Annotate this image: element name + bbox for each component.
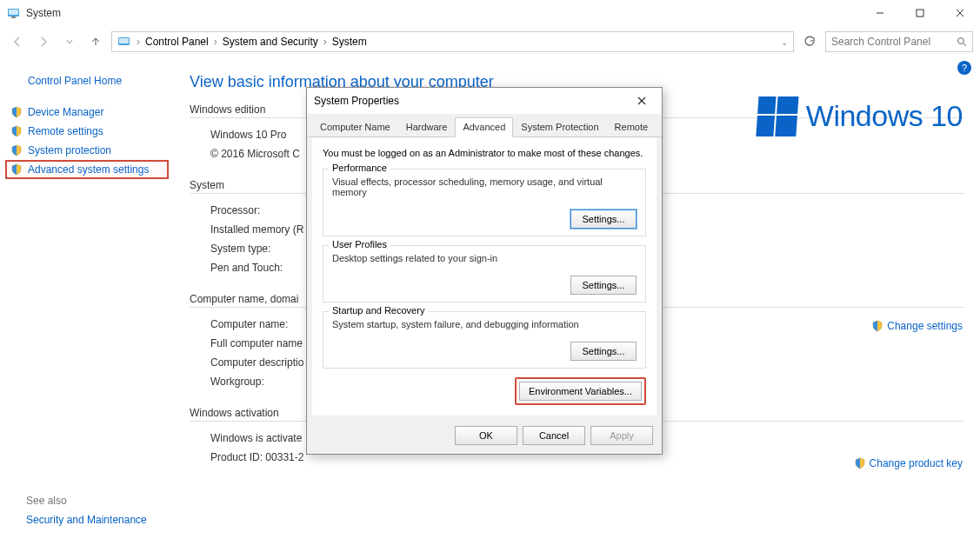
- dialog-tabs: Computer Name Hardware Advanced System P…: [307, 114, 662, 137]
- cancel-button[interactable]: Cancel: [523, 426, 585, 445]
- svg-rect-8: [119, 38, 129, 43]
- dialog-close-button[interactable]: [629, 90, 655, 111]
- performance-label: Performance: [329, 163, 390, 173]
- performance-text: Visual effects, processor scheduling, me…: [332, 176, 637, 197]
- sidebar-item-system-protection[interactable]: System protection: [9, 141, 165, 160]
- search-input[interactable]: Search Control Panel: [825, 31, 973, 52]
- back-button[interactable]: [7, 31, 28, 52]
- sidebar-item-label: Advanced system settings: [28, 163, 149, 176]
- admin-note: You must be logged on as an Administrato…: [323, 148, 646, 158]
- breadcrumb-ss[interactable]: System and Security: [223, 36, 318, 48]
- user-profiles-group: User Profiles Desktop settings related t…: [323, 245, 646, 303]
- forward-button[interactable]: [33, 31, 54, 52]
- dialog-title: System Properties: [314, 95, 629, 107]
- system-icon: [7, 6, 21, 20]
- refresh-button[interactable]: [799, 31, 820, 52]
- sidebar-item-device-manager[interactable]: Device Manager: [9, 103, 165, 122]
- tab-system-protection[interactable]: System Protection: [513, 117, 606, 136]
- search-icon: [957, 37, 967, 47]
- environment-variables-button[interactable]: Environment Variables...: [519, 382, 642, 401]
- startup-recovery-group: Startup and Recovery System startup, sys…: [323, 311, 646, 369]
- shield-icon: [10, 163, 23, 176]
- shield-icon: [854, 457, 866, 469]
- close-button[interactable]: [940, 0, 980, 26]
- windows-logo-text: Windows 10: [806, 99, 963, 133]
- sidebar-item-remote-settings[interactable]: Remote settings: [9, 122, 165, 141]
- see-also-label: See also: [26, 495, 147, 507]
- svg-line-10: [963, 43, 966, 46]
- dialog-titlebar: System Properties: [307, 88, 662, 114]
- shield-icon: [10, 144, 23, 156]
- address-bar[interactable]: › Control Panel › System and Security › …: [111, 31, 794, 52]
- svg-rect-2: [11, 17, 16, 18]
- address-dropdown-icon[interactable]: ⌄: [781, 37, 788, 47]
- svg-rect-4: [917, 10, 923, 17]
- tab-hardware[interactable]: Hardware: [398, 117, 456, 136]
- search-placeholder: Search Control Panel: [831, 36, 957, 48]
- sidebar-item-label: Remote settings: [28, 125, 103, 137]
- sidebar: Control Panel Home Device Manager Remote…: [0, 57, 174, 552]
- startup-recovery-settings-button[interactable]: Settings...: [570, 342, 637, 361]
- windows-logo: Windows 10: [757, 96, 963, 135]
- sidebar-item-advanced-system-settings[interactable]: Advanced system settings: [5, 160, 169, 179]
- security-maintenance-link[interactable]: Security and Maintenance: [26, 514, 147, 526]
- change-product-key-link[interactable]: Change product key: [854, 457, 963, 469]
- apply-button[interactable]: Apply: [590, 426, 653, 445]
- user-profiles-settings-button[interactable]: Settings...: [570, 276, 637, 295]
- shield-icon: [10, 125, 23, 137]
- performance-settings-button[interactable]: Settings...: [570, 209, 637, 229]
- startup-recovery-label: Startup and Recovery: [329, 305, 428, 316]
- svg-rect-1: [9, 10, 18, 15]
- tab-advanced[interactable]: Advanced: [455, 117, 513, 137]
- window-titlebar: System: [0, 0, 980, 26]
- system-icon: [117, 35, 131, 49]
- shield-icon: [10, 106, 23, 118]
- up-button[interactable]: [85, 31, 106, 52]
- breadcrumb-sys[interactable]: System: [332, 36, 367, 48]
- ok-button[interactable]: OK: [455, 426, 517, 445]
- user-profiles-text: Desktop settings related to your sign-in: [332, 253, 637, 263]
- performance-group: Performance Visual effects, processor sc…: [323, 169, 646, 236]
- nav-row: › Control Panel › System and Security › …: [0, 26, 980, 57]
- sidebar-item-label: Device Manager: [28, 106, 103, 118]
- windows-logo-icon: [756, 96, 797, 135]
- env-vars-highlight: Environment Variables...: [515, 377, 646, 405]
- change-settings-link[interactable]: Change settings: [871, 320, 963, 332]
- maximize-button[interactable]: [900, 0, 940, 26]
- sidebar-item-label: System protection: [28, 144, 111, 156]
- shield-icon: [871, 320, 883, 332]
- svg-point-9: [958, 38, 964, 44]
- window-title: System: [26, 7, 860, 19]
- user-profiles-label: User Profiles: [329, 239, 390, 249]
- tab-computer-name[interactable]: Computer Name: [312, 117, 398, 136]
- tab-remote[interactable]: Remote: [607, 117, 657, 136]
- system-properties-dialog: System Properties Computer Name Hardware…: [306, 87, 663, 455]
- breadcrumb-cp[interactable]: Control Panel: [145, 36, 209, 48]
- minimize-button[interactable]: [860, 0, 900, 26]
- startup-recovery-text: System startup, system failure, and debu…: [332, 319, 637, 329]
- control-panel-home-link[interactable]: Control Panel Home: [28, 75, 165, 87]
- recent-dropdown[interactable]: [59, 31, 80, 52]
